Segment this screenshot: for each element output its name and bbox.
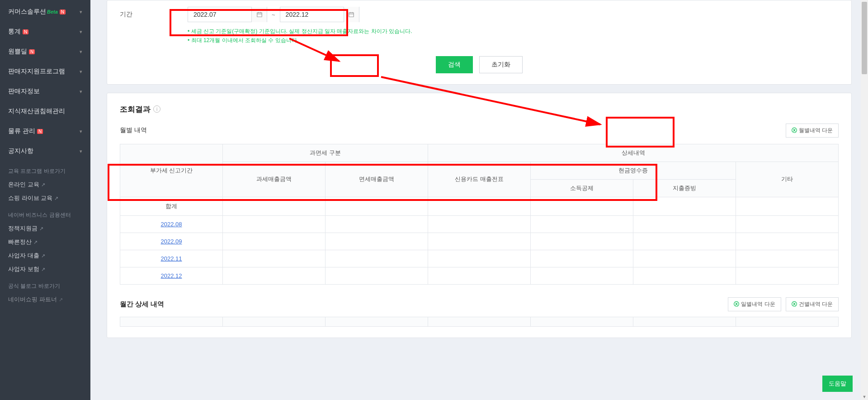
external-icon: ↗	[54, 195, 58, 201]
sidebar-item-commerce[interactable]: 커머스솔루션BetaN ▾	[0, 2, 90, 22]
sidebar-link-policy-fund[interactable]: 정책지원금↗	[0, 222, 90, 235]
excel-icon: ⓧ	[734, 300, 739, 308]
external-icon: ↗	[33, 239, 38, 245]
download-daily-button[interactable]: ⓧ 일별내역 다운	[728, 297, 781, 311]
month-link[interactable]: 2022.09	[161, 238, 182, 245]
external-icon: ↗	[41, 253, 45, 259]
col-group-taxtype: 과면세 구분	[223, 144, 428, 162]
period-notes: 세금 신고 기준일(구매확정) 기준입니다. 실제 정산지급 일자 매출자료와는…	[188, 27, 839, 45]
sidebar-item-seller-support[interactable]: 판매자지원프로그램 ▾	[0, 62, 90, 81]
cell-total-label: 합계	[120, 197, 223, 215]
detail-title: 월간 상세 내역	[120, 300, 164, 309]
col-expense: 지출증빙	[633, 179, 736, 197]
help-button[interactable]: 도움말	[822, 376, 853, 392]
sidebar-item-notice[interactable]: 공지사항 ▾	[0, 141, 90, 161]
sidebar-item-stats[interactable]: 통계N ▾	[0, 22, 90, 42]
sidebar-link-blog-partner[interactable]: 네이버쇼핑 파트너↗	[0, 293, 90, 306]
external-icon: ↗	[39, 226, 43, 232]
note-line: 세금 신고 기준일(구매확정) 기준입니다. 실제 정산지급 일자 매출자료와는…	[188, 27, 839, 36]
table-row-total: 합계	[120, 197, 839, 215]
col-other: 기타	[736, 162, 839, 197]
external-icon: ↗	[41, 182, 45, 188]
download-monthly-button[interactable]: ⓧ 월별내역 다운	[786, 124, 839, 138]
date-from-input[interactable]	[188, 11, 251, 18]
sidebar: 커머스솔루션BetaN ▾ 통계N ▾ 원쁠딜N ▾ 판매자지원프로그램 ▾ 판…	[0, 0, 90, 400]
sidebar-item-ip[interactable]: 지식재산권침해관리	[0, 101, 90, 121]
sidebar-link-fast-settle[interactable]: 빠른정산↗	[0, 235, 90, 249]
sidebar-item-oneplus[interactable]: 원쁠딜N ▾	[0, 42, 90, 62]
external-icon: ↗	[59, 297, 63, 303]
table-row: 2022.09	[120, 233, 839, 250]
beta-badge: Beta	[47, 9, 58, 14]
date-to[interactable]	[280, 7, 359, 22]
sidebar-link-biz-ins[interactable]: 사업자 보험↗	[0, 262, 90, 276]
calendar-icon[interactable]	[344, 7, 359, 22]
date-range: ~	[188, 7, 839, 22]
date-to-input[interactable]	[280, 11, 344, 18]
sidebar-item-logistics[interactable]: 물류 관리N ▾	[0, 121, 90, 141]
table-row: 2022.12	[120, 267, 839, 284]
svg-rect-4	[349, 13, 354, 17]
sidebar-link-biz-loan[interactable]: 사업자 대출↗	[0, 249, 90, 262]
note-line: 최대 12개월 이내에서 조회하실 수 있습니다.	[188, 36, 839, 45]
col-taxable: 과세매출금액	[223, 162, 326, 197]
col-period: 부가세 신고기간	[120, 144, 223, 197]
col-card: 신용카드 매출전표	[428, 162, 531, 197]
search-card: 기간 ~	[107, 0, 852, 85]
new-badge: N	[23, 29, 28, 34]
table-row: 2022.08	[120, 215, 839, 233]
chevron-down-icon: ▾	[80, 49, 82, 55]
sidebar-section-blog: 공식 블로그 바로가기	[0, 276, 90, 293]
monthly-table: 부가세 신고기간 과면세 구분 상세내역 과세매출금액 면세매출금액 신용카드 …	[120, 144, 839, 285]
scroll-down-icon[interactable]: ▼	[861, 395, 868, 399]
tilde: ~	[272, 11, 275, 18]
table-row: 2022.11	[120, 250, 839, 267]
info-icon[interactable]: i	[153, 105, 160, 113]
calendar-icon[interactable]	[251, 7, 267, 22]
main-content: 기간 ~	[90, 0, 868, 400]
sidebar-item-seller-info[interactable]: 판매자정보 ▾	[0, 81, 90, 101]
col-income: 소득공제	[531, 179, 633, 197]
month-link[interactable]: 2022.12	[161, 272, 182, 279]
new-badge: N	[37, 129, 43, 134]
chevron-down-icon: ▾	[80, 69, 82, 75]
chevron-down-icon: ▾	[80, 148, 82, 154]
new-badge: N	[29, 49, 35, 54]
new-badge: N	[60, 10, 66, 14]
result-title: 조회결과 i	[120, 104, 839, 114]
search-button[interactable]: 검색	[436, 56, 473, 73]
chevron-down-icon: ▾	[80, 29, 82, 35]
download-case-button[interactable]: ⓧ 건별내역 다운	[786, 297, 839, 311]
period-label: 기간	[120, 7, 188, 19]
col-cashreceipt: 현금영수증	[531, 162, 736, 179]
chevron-down-icon: ▾	[80, 89, 82, 95]
col-group-detail: 상세내역	[428, 144, 839, 162]
excel-icon: ⓧ	[792, 300, 797, 308]
chevron-down-icon: ▾	[80, 9, 82, 15]
external-icon: ↗	[41, 267, 45, 272]
month-link[interactable]: 2022.11	[161, 255, 182, 262]
month-link[interactable]: 2022.08	[161, 221, 182, 228]
excel-icon: ⓧ	[792, 127, 797, 134]
scrollbar[interactable]: ▲ ▼	[861, 0, 868, 400]
reset-button[interactable]: 초기화	[479, 56, 523, 73]
scrollbar-thumb[interactable]	[862, 2, 867, 74]
sidebar-section-edu: 교육 프로그램 바로가기	[0, 161, 90, 178]
monthly-title: 월별 내역	[120, 126, 147, 134]
sidebar-link-online-edu[interactable]: 온라인 교육↗	[0, 178, 90, 191]
date-from[interactable]	[188, 7, 267, 22]
sidebar-section-finance: 네이버 비즈니스 금융센터	[0, 205, 90, 222]
svg-rect-0	[257, 13, 262, 17]
result-card: 조회결과 i 월별 내역 ⓧ 월별내역 다운 부가세 신고기간 과면세 구분 상…	[107, 93, 852, 338]
detail-table	[120, 317, 839, 327]
col-exempt: 면세매출금액	[326, 162, 428, 197]
sidebar-link-live-edu[interactable]: 쇼핑 라이브 교육↗	[0, 191, 90, 205]
chevron-down-icon: ▾	[80, 129, 82, 134]
